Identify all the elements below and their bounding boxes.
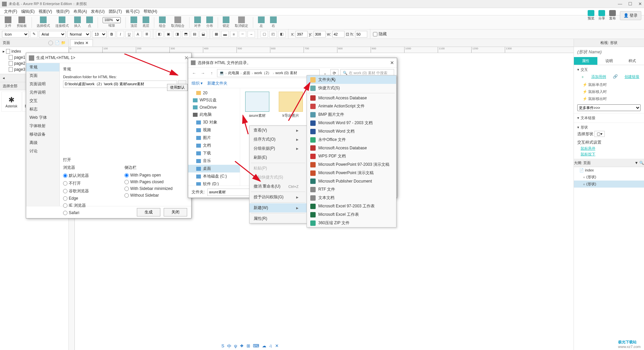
bold-button[interactable]: B <box>108 31 115 38</box>
weight-select[interactable]: Normal <box>67 31 91 38</box>
tree-此电脑[interactable]: 此电脑 <box>188 111 240 118</box>
outline-root[interactable]: 📄 index <box>574 167 644 173</box>
d1-side-8[interactable]: 移动设备 <box>26 130 59 139</box>
arrow-button[interactable]: → <box>248 31 255 38</box>
ctx-刷新(E)[interactable]: 刷新(E) <box>250 153 307 162</box>
menu-item[interactable]: 帮助(H) <box>142 8 159 15</box>
file-axure素材[interactable]: axure素材 <box>244 92 271 118</box>
sidebar-radio-2[interactable]: With Sidebar minimized <box>124 185 185 192</box>
valign-bot-button[interactable]: ⬓ <box>200 31 207 38</box>
hover-style-link[interactable]: 鼠标悬停 <box>581 146 595 150</box>
size-select[interactable]: 13 <box>92 31 107 38</box>
tree-OneDrive[interactable]: OneDrive <box>188 104 240 111</box>
d1-side-9[interactable]: 高级 <box>26 139 59 147</box>
event-mouseout[interactable]: ⚡ 鼠标移出时 <box>577 95 641 102</box>
new-文件夹(F)[interactable]: 文件夹(F) <box>307 76 396 84</box>
d1-side-5[interactable]: 标志 <box>26 105 59 113</box>
toolbar-取消组合[interactable]: 取消组合 <box>169 16 186 28</box>
tree-文档[interactable]: 文档 <box>188 142 240 149</box>
ime-icon[interactable]: 中 <box>227 343 231 349</box>
ime-icon[interactable]: ♫ <box>269 343 272 349</box>
ctx-排序方式(O)[interactable]: 排序方式(O)▶ <box>250 135 307 144</box>
toolbar-点[interactable]: 点 <box>84 16 95 28</box>
new-永中Office 文件[interactable]: 永中Office 文件 <box>307 136 396 144</box>
create-link-link[interactable]: 创建链接 <box>625 74 639 80</box>
toolbar-剪贴板[interactable]: 剪贴板 <box>15 16 29 28</box>
use-default-button[interactable]: 使用默认 <box>167 84 188 91</box>
action-分享[interactable]: 分享 <box>598 10 605 21</box>
shape-picker-button[interactable]: ▢▾ <box>594 131 605 137</box>
toolbar-右[interactable]: 右 <box>268 16 279 28</box>
login-button[interactable]: 👤 登录 <box>620 11 641 20</box>
ctx-属性(R)[interactable]: 属性(R) <box>250 214 307 223</box>
d1-side-7[interactable]: 字体映射 <box>26 122 59 130</box>
d1-side-6[interactable]: Web 字体 <box>26 113 59 122</box>
menu-item[interactable]: 文件(F) <box>3 8 18 15</box>
tree-音乐[interactable]: 音乐 <box>188 157 240 165</box>
action-预览[interactable]: 预览 <box>588 10 594 21</box>
minimize-icon[interactable]: — <box>618 1 622 6</box>
ime-icon[interactable]: ☁ <box>262 343 266 349</box>
underline-button[interactable]: U <box>125 31 133 38</box>
d1-side-2[interactable]: 页面说明 <box>26 80 59 88</box>
browser-radio-3[interactable]: Edge <box>63 195 123 202</box>
dest-path-input[interactable] <box>63 81 177 88</box>
sidebar-radio-0[interactable]: With Pages open <box>124 172 185 179</box>
close-icon[interactable]: ✕ <box>638 1 642 6</box>
ime-icon[interactable]: S <box>221 343 224 349</box>
y-input[interactable] <box>314 31 326 38</box>
ctx-撤消 重命名(U)[interactable]: 撤消 重命名(U)Ctrl+Z <box>250 182 307 191</box>
shape-name-input[interactable]: (形状 Name) <box>574 47 644 57</box>
tab-properties[interactable]: 属性 <box>574 57 597 65</box>
nav-back-icon[interactable]: ← <box>191 70 198 77</box>
tree-WPS云盘[interactable]: WPS云盘 <box>188 96 240 104</box>
new-Microsoft Word 文档[interactable]: Microsoft Word 文档 <box>307 127 396 136</box>
action-发布[interactable]: 发布 <box>609 10 616 21</box>
add-page-icon[interactable]: 📄 <box>55 41 60 45</box>
align-left-button[interactable]: ◧ <box>156 31 163 38</box>
line-style-button[interactable]: ┄ <box>239 31 246 38</box>
new-folder-button[interactable]: 新建文件夹 <box>207 81 227 86</box>
toolbar-分布[interactable]: 分布 <box>204 16 215 28</box>
browser-radio-4[interactable]: IE 浏览器 <box>63 202 123 209</box>
tab-index[interactable]: index ✕ <box>70 39 93 46</box>
h-input[interactable] <box>355 31 367 38</box>
tree-视频[interactable]: 视频 <box>188 126 240 134</box>
shadow-outer-button[interactable]: ▢ <box>261 31 268 38</box>
new-Microsoft Access Database[interactable]: Microsoft Access Database <box>307 144 396 152</box>
browser-radio-2[interactable]: 谷歌浏览器 <box>63 187 123 195</box>
ctx-新建(W)[interactable]: 新建(W)▶ <box>250 203 307 212</box>
line-color-button[interactable]: ▬ <box>221 31 229 38</box>
text-color-button[interactable]: A <box>134 31 142 38</box>
new-Microsoft Excel 97-2003 工作表[interactable]: Microsoft Excel 97-2003 工作表 <box>307 202 396 210</box>
toolbar-顶层[interactable]: 顶层 <box>128 16 139 28</box>
sidebar-radio-1[interactable]: With Pages closed <box>124 179 185 185</box>
fill-button[interactable]: ▦ <box>213 31 220 38</box>
toolbar-取消锁定[interactable]: 取消锁定 <box>233 16 250 28</box>
menu-item[interactable]: 项目(P) <box>55 8 71 15</box>
align-right-button[interactable]: ◨ <box>173 31 181 38</box>
new-360压缩 ZIP 文件[interactable]: 360压缩 ZIP 文件 <box>307 219 396 227</box>
toolbar-选择模式[interactable]: 选择模式 <box>35 16 52 28</box>
nav-up-icon[interactable]: ↑ <box>208 70 215 77</box>
ime-icon[interactable]: ✕ <box>275 343 279 349</box>
event-click[interactable]: ⚡ 鼠标单击时 <box>577 81 641 88</box>
menu-item[interactable]: 发布(U) <box>90 8 106 15</box>
font-select[interactable]: Arial <box>39 31 66 38</box>
d1-side-1[interactable]: 页面 <box>26 71 59 80</box>
event-mousein[interactable]: ⚡ 鼠标移入时 <box>577 88 641 95</box>
browser-radio-1[interactable]: 不打开 <box>63 180 123 187</box>
dialog2-close-icon[interactable]: ✕ <box>390 60 394 65</box>
toolbar-底层[interactable]: 底层 <box>141 16 151 28</box>
ime-icon[interactable]: ψ <box>234 343 237 349</box>
d1-side-0[interactable]: 常规 <box>26 63 59 71</box>
ctx-授予访问权限(G)[interactable]: 授予访问权限(G)▶ <box>250 193 307 202</box>
tree-3D 对象[interactable]: 3D 对象 <box>188 118 240 126</box>
menu-item[interactable]: 视图(V) <box>37 8 53 15</box>
widget-type-select[interactable]: Icon <box>2 31 29 38</box>
new-Microsoft Word 97 - 2003 文档[interactable]: Microsoft Word 97 - 2003 文档 <box>307 119 396 127</box>
tree-本地磁盘 (C:)[interactable]: 本地磁盘 (C:) <box>188 172 240 180</box>
opacity-button[interactable]: ◧ <box>278 31 285 38</box>
hidden-checkbox[interactable] <box>373 31 377 38</box>
tree-图片[interactable]: 图片 <box>188 134 240 142</box>
